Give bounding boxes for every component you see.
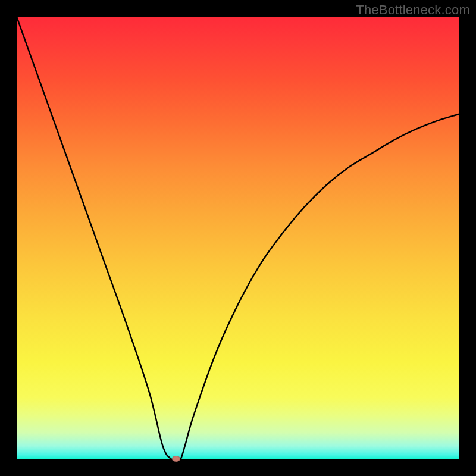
chart-frame: TheBottleneck.com — [0, 0, 476, 476]
bottleneck-curve — [17, 17, 459, 459]
curve-path — [17, 17, 459, 459]
plot-area — [17, 17, 459, 459]
watermark-text: TheBottleneck.com — [356, 2, 470, 18]
optimal-point-marker — [172, 456, 180, 462]
